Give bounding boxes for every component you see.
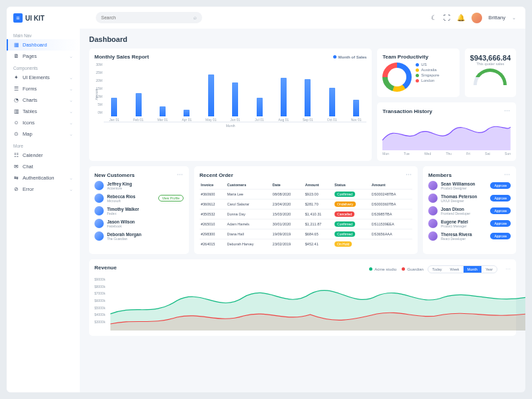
nav-label: Authentication	[23, 175, 55, 181]
search-icon[interactable]: ⌕	[194, 15, 197, 21]
range-month[interactable]: Month	[464, 266, 481, 273]
gauge-chart	[473, 68, 507, 85]
range-year[interactable]: Year	[481, 266, 497, 273]
bar-column: Jun 01	[225, 82, 245, 122]
chevron-down-icon: ⌄	[69, 86, 73, 92]
more-icon[interactable]: ⋯	[504, 172, 511, 178]
bar	[329, 88, 335, 116]
member-row: Theresa RiveraReact DeveloperApprove	[428, 231, 511, 241]
approve-button[interactable]: Approve	[490, 195, 511, 201]
member-name: Thomas Peterson	[441, 194, 477, 199]
chevron-down-icon: ⌄	[69, 98, 73, 103]
member-role: Product Designer	[441, 186, 475, 190]
status-badge: Cancelled	[334, 211, 354, 217]
user-avatar[interactable]	[471, 13, 482, 23]
status-badge: Confirmed	[334, 221, 355, 227]
bar	[232, 82, 238, 116]
nav-item-chat[interactable]: ✉Chat	[7, 161, 80, 172]
nav-item-icons[interactable]: ☺Icons⌄	[7, 117, 80, 128]
nav-item-forms[interactable]: ☰Forms⌄	[7, 83, 80, 94]
customer-row[interactable]: Deborah MorganThe Guardian	[94, 231, 184, 241]
nav-section-header: Main Nav	[7, 29, 80, 39]
bar	[160, 106, 166, 116]
x-tick: Apr 01	[182, 118, 192, 122]
table-row[interactable]: #264015Deborah Harvey23/02/2019$452.41On…	[200, 239, 412, 249]
x-tick: Oct 01	[327, 118, 337, 122]
user-name[interactable]: Brittany	[489, 15, 505, 21]
customer-row[interactable]: Jason WilsonFacebook	[94, 219, 184, 228]
customer-name: Deborah Morgan	[107, 232, 142, 237]
member-role: UX/UI Designer	[441, 199, 477, 203]
table-row[interactable]: #265010Adam Harrels30/01/2020$1,211.87Co…	[200, 219, 412, 229]
table-row[interactable]: #298300Diana Hall19/09/2019$684.65Confir…	[200, 229, 412, 239]
nav-label: Forms	[23, 86, 37, 92]
range-segmented-control[interactable]: TodayWeekMonthYear	[428, 265, 497, 273]
x-tick: Sun	[505, 152, 511, 156]
view-profile-button[interactable]: View Profile	[158, 195, 184, 201]
table-row[interactable]: #360600Maria Lee08/08/2020$923.00Confirm…	[200, 190, 412, 200]
page-title: Dashboard	[89, 35, 516, 43]
search-input[interactable]	[101, 15, 194, 20]
notifications-icon[interactable]: 🔔	[457, 14, 465, 21]
x-tick: Thu	[446, 152, 452, 156]
customer-row[interactable]: Rebecca RiosMicrosoftView Profile	[94, 194, 184, 203]
avatar	[428, 194, 438, 203]
customer-row[interactable]: Timothy WalkerFedex	[94, 206, 184, 215]
customer-row[interactable]: Jeffrey KingAccenture	[94, 181, 184, 190]
member-name: Eugene Patel	[441, 219, 468, 224]
legend-item: Australia	[416, 68, 439, 72]
nav-item-ui-elements[interactable]: ✦UI Elements⌄	[7, 72, 80, 83]
status-badge: Confirmed	[334, 231, 355, 237]
y-tick: $8000k	[94, 285, 105, 289]
nav-item-map[interactable]: ⊙Map⌄	[7, 128, 80, 140]
nav-item-charts[interactable]: ◔Charts⌄	[7, 94, 80, 106]
table-row[interactable]: #360612Carol Salazar23/04/2020$281.70Ond…	[200, 200, 412, 209]
legend-dot-icon	[369, 267, 372, 271]
range-week[interactable]: Week	[446, 266, 464, 273]
nav-item-pages[interactable]: 🗎Pages⌄	[7, 51, 80, 62]
nav-item-tables[interactable]: ▥Tables⌄	[7, 106, 80, 117]
nav-label: Calender	[23, 152, 43, 158]
customer-company: Facebook	[107, 224, 135, 228]
more-icon[interactable]: ⋯	[504, 108, 511, 114]
nav-label: Charts	[23, 97, 37, 103]
table-row[interactable]: #350532Donna Day15/03/2020$1,410.31Cance…	[200, 209, 412, 219]
range-today[interactable]: Today	[428, 266, 446, 273]
card-title: Members	[428, 172, 452, 178]
more-icon[interactable]: ⋯	[505, 266, 511, 272]
theme-toggle-icon[interactable]: ☾	[431, 14, 437, 21]
chevron-down-icon[interactable]: ⌄	[512, 15, 516, 21]
nav-icon: ▦	[13, 42, 19, 48]
brand-logo[interactable]: ≡ UI KIT	[7, 13, 80, 29]
nav-label: Tables	[23, 108, 37, 114]
nav-item-dashboard[interactable]: ▦Dashboard	[7, 39, 80, 51]
bar-column: Nov 01	[346, 100, 366, 122]
approve-button[interactable]: Approve	[490, 233, 511, 239]
nav-item-calender[interactable]: ☷Calender	[7, 150, 80, 161]
bar-column: Oct 01	[322, 88, 342, 122]
x-tick: Nov 01	[351, 118, 362, 122]
bar	[353, 100, 359, 116]
more-icon[interactable]: ⋯	[177, 172, 184, 178]
table-header: Date	[271, 181, 304, 190]
search-box[interactable]: ⌕	[96, 12, 202, 23]
legend-dot-icon	[333, 55, 336, 59]
bar	[184, 110, 190, 116]
bar-column: Jan 01	[104, 98, 124, 122]
y-tick: $5000k	[94, 306, 105, 310]
approve-button[interactable]: Approve	[490, 182, 511, 189]
bar	[208, 74, 214, 116]
nav-item-authentication[interactable]: ⇆Authentication⌄	[7, 172, 80, 184]
nav-item-error[interactable]: ⊘Error⌄	[7, 184, 80, 195]
chevron-down-icon: ⌄	[69, 109, 73, 114]
nav-icon: ⇆	[13, 175, 19, 181]
card-title: Transaction History	[382, 108, 432, 114]
avatar	[94, 206, 104, 215]
fullscreen-icon[interactable]: ⛶	[444, 14, 450, 21]
approve-button[interactable]: Approve	[490, 220, 511, 227]
approve-button[interactable]: Approve	[490, 207, 511, 214]
recent-order-card: Recent Order⋯ InvoiceCustomersDateAmount…	[194, 166, 418, 254]
more-icon[interactable]: ⋯	[406, 172, 412, 178]
avatar	[428, 206, 438, 215]
table-header: Amount	[304, 181, 333, 190]
